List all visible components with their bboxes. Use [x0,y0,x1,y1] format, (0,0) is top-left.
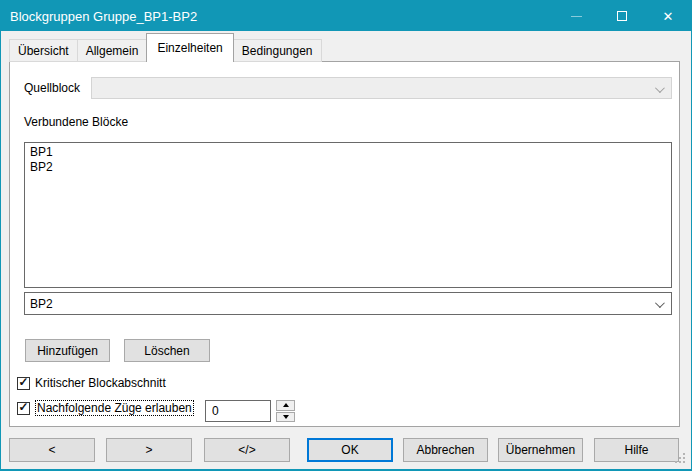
tab-einzelheiten[interactable]: Einzelheiten [146,33,233,62]
tab-label: Bedingungen [242,44,313,58]
abbrechen-button[interactable]: Abbrechen [403,438,488,462]
zug-anzahl-spinner [276,400,295,422]
arrow-up-icon [283,403,289,407]
verbundene-bloecke-label: Verbundene Blöcke [24,115,128,130]
spin-down-button[interactable] [276,412,295,423]
minimize-icon [571,16,582,17]
tab-uebersicht[interactable]: Übersicht [9,39,78,62]
chevron-down-icon [655,83,665,93]
kritischer-blockabschnitt-row: ✓ Kritischer Blockabschnitt [17,376,166,390]
checkmark-icon: ✓ [18,402,28,413]
tab-page-einzelheiten: Quellblock Verbundene Blöcke BP1 BP2 BP2… [9,61,680,427]
hinzufuegen-button[interactable]: Hinzufügen [25,339,110,362]
code-view-button[interactable]: </> [204,438,290,462]
hilfe-button[interactable]: Hilfe [594,438,679,462]
loeschen-button[interactable]: Löschen [124,339,210,362]
kritischer-blockabschnitt-checkbox[interactable]: ✓ [17,377,30,390]
block-combobox[interactable]: BP2 [24,292,672,315]
quellblock-label: Quellblock [24,77,80,99]
ok-button[interactable]: OK [307,438,393,462]
arrow-down-icon [283,415,289,419]
quellblock-combobox [91,77,672,99]
tab-label: Allgemein [86,44,139,58]
kritischer-blockabschnitt-label[interactable]: Kritischer Blockabschnitt [35,376,166,390]
window-title: Blockgruppen Gruppe_BP1-BP2 [1,9,197,24]
maximize-button[interactable] [599,1,645,31]
forward-button[interactable]: > [106,438,192,462]
tab-bedingungen[interactable]: Bedingungen [233,39,322,62]
tab-allgemein[interactable]: Allgemein [77,39,148,62]
minimize-button [553,1,599,31]
nachfolgende-zuege-row: ✓ Nachfolgende Züge erlauben [17,401,194,415]
list-item[interactable]: BP1 [25,145,671,160]
back-button[interactable]: < [9,438,95,462]
maximize-icon [617,11,627,21]
nachfolgende-zuege-checkbox[interactable]: ✓ [17,402,30,415]
zug-anzahl-input[interactable] [205,400,271,422]
tab-label: Übersicht [18,44,69,58]
dialog-window: Blockgruppen Gruppe_BP1-BP2 ✕ Übersicht … [0,0,692,471]
close-button[interactable]: ✕ [645,1,691,31]
checkmark-icon: ✓ [18,377,28,388]
tab-bar: Übersicht Allgemein Einzelheiten Bedingu… [9,32,321,62]
combobox-value: BP2 [25,297,53,311]
uebernehmen-button[interactable]: Übernehmen [498,438,583,462]
verbundene-bloecke-listbox[interactable]: BP1 BP2 [24,142,672,288]
list-item[interactable]: BP2 [25,160,671,175]
close-icon: ✕ [663,10,674,23]
resize-grip[interactable] [675,453,677,455]
chevron-down-icon [655,298,665,308]
nachfolgende-zuege-label[interactable]: Nachfolgende Züge erlauben [35,400,194,416]
tab-label: Einzelheiten [157,41,222,55]
spin-up-button[interactable] [276,400,295,411]
